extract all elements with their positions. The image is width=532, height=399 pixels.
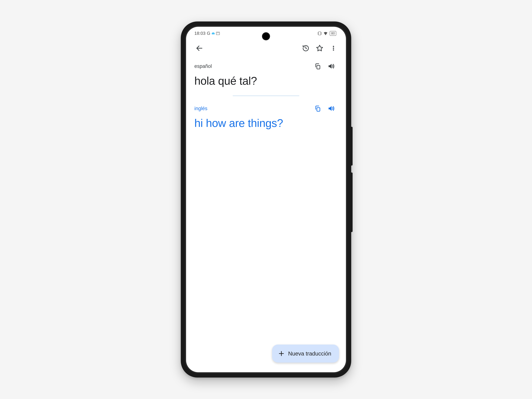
calendar-icon [216, 32, 220, 35]
svg-point-3 [333, 48, 334, 49]
phone-frame: 18:03 G 80 [181, 21, 351, 378]
star-button[interactable] [313, 41, 327, 55]
target-text[interactable]: hi how are things? [194, 117, 338, 130]
target-language-row: inglés [194, 103, 338, 114]
google-indicator-icon: G [207, 31, 210, 36]
speak-source-button[interactable] [324, 61, 338, 72]
svg-rect-5 [317, 65, 320, 69]
vibrate-icon [318, 32, 321, 35]
source-language-label[interactable]: español [194, 63, 311, 69]
speak-target-button[interactable] [324, 103, 338, 114]
battery-indicator: 80 [330, 31, 336, 36]
divider [233, 95, 299, 96]
volume-button [351, 127, 353, 165]
copy-source-button[interactable] [311, 61, 324, 72]
content-area: español hola qué tal? [186, 57, 346, 372]
copy-target-button[interactable] [311, 103, 324, 114]
svg-point-4 [333, 50, 334, 51]
plus-icon [278, 350, 285, 357]
new-translation-label: Nueva traducción [288, 350, 331, 357]
front-camera [263, 33, 269, 40]
more-menu-button[interactable] [327, 41, 340, 55]
source-text[interactable]: hola qué tal? [194, 75, 338, 87]
screen: 18:03 G 80 [186, 27, 346, 372]
power-button [351, 172, 353, 232]
wifi-icon [323, 32, 328, 35]
back-button[interactable] [192, 41, 206, 55]
svg-point-2 [333, 46, 334, 47]
history-button[interactable] [299, 41, 313, 55]
app-bar [186, 40, 346, 57]
weather-icon [212, 32, 215, 34]
status-time: 18:03 [194, 31, 205, 36]
svg-marker-1 [317, 45, 323, 51]
target-language-label[interactable]: inglés [194, 106, 311, 111]
new-translation-button[interactable]: Nueva traducción [272, 345, 339, 363]
source-language-row: español [194, 61, 338, 72]
svg-rect-6 [317, 108, 320, 111]
